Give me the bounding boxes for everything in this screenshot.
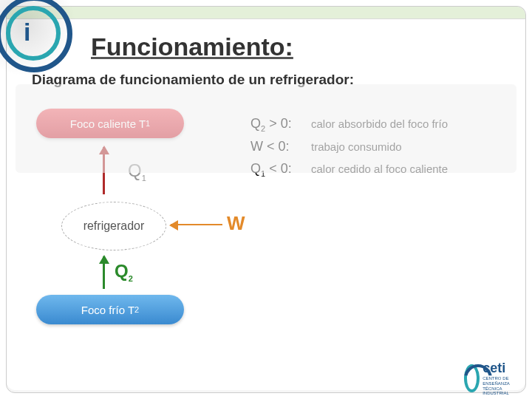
cold-reservoir-label: Foco frío T (81, 304, 134, 316)
thermodynamic-diagram: Foco caliente T1 Q1 refrigerador W Q2 Fo… (32, 109, 224, 330)
q1-label: Q1 (128, 160, 146, 183)
arrow-q2-icon (103, 256, 105, 289)
legend-term: Q2 > 0: (250, 116, 305, 133)
legend-desc: calor cedido al foco caliente (311, 163, 448, 175)
legend-row-w: W < 0: trabajo consumido (250, 139, 500, 156)
legend: Q2 > 0: calor absorbido del foco frío W … (250, 116, 500, 330)
legend-term: W < 0: (250, 139, 305, 156)
legend-row-q2: Q2 > 0: calor absorbido del foco frío (250, 116, 500, 133)
q2-label: Q2 (115, 261, 133, 283)
ceti-badge: ceti CENTRO DE ENSEÑANZA TÉCNICA INDUSTR… (464, 359, 528, 398)
page-title: Funcionamiento: (91, 33, 500, 61)
slide-topbar (7, 7, 525, 19)
slide-card: Funcionamiento: Diagrama de funcionamien… (6, 6, 526, 393)
legend-desc: trabajo consumido (311, 140, 402, 153)
cold-reservoir-subscript: 2 (134, 305, 139, 314)
badge-ring-icon (464, 364, 480, 392)
cold-reservoir: Foco frío T2 (36, 295, 184, 324)
page-subtitle: Diagrama de funcionamiento de un refrige… (32, 72, 500, 88)
badge-caption: CENTRO DE ENSEÑANZA TÉCNICA INDUSTRIAL (482, 376, 528, 395)
legend-desc: calor absorbido del foco frío (311, 117, 448, 130)
arrow-q1-icon (103, 147, 105, 194)
refrigerator-node: refrigerador (61, 202, 166, 250)
legend-row-q1: Q1 < 0: calor cedido al foco caliente (250, 161, 500, 178)
logo-top-left: i (0, 0, 69, 69)
hot-reservoir: Foco caliente T1 (36, 109, 184, 138)
logo-glyph-icon: i (24, 18, 30, 47)
logo-inner-ring-icon (6, 6, 61, 61)
legend-term: Q1 < 0: (250, 161, 305, 178)
slide-content: Funcionamiento: Diagrama de funcionamien… (7, 19, 525, 390)
badge-text: ceti CENTRO DE ENSEÑANZA TÉCNICA INDUSTR… (482, 361, 528, 395)
w-label: W (227, 212, 245, 235)
hot-reservoir-label: Foco caliente T (70, 117, 146, 130)
diagram-row: Foco caliente T1 Q1 refrigerador W Q2 Fo… (32, 109, 500, 330)
hot-reservoir-subscript: 1 (146, 119, 150, 128)
arrow-w-icon (171, 224, 222, 225)
